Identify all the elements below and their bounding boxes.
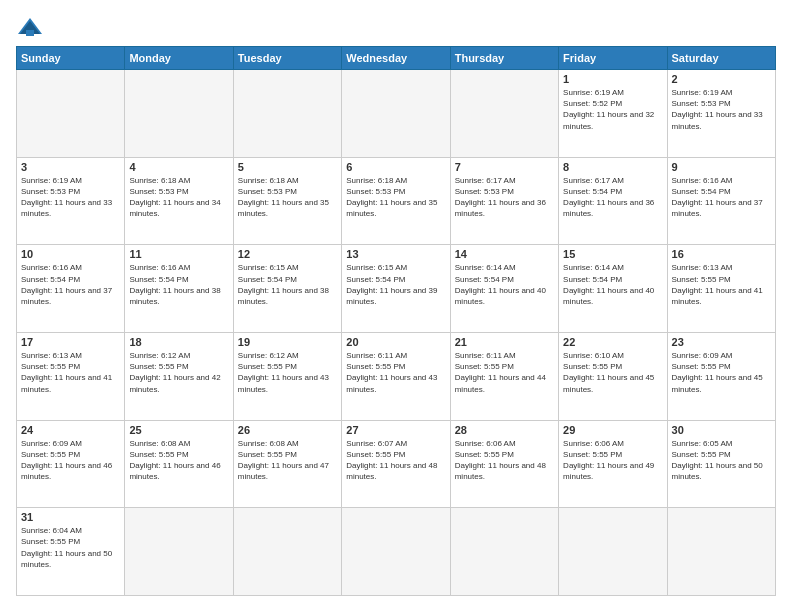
day-of-week-row: SundayMondayTuesdayWednesdayThursdayFrid… [17, 47, 776, 70]
day-number: 25 [129, 424, 228, 436]
dow-header-saturday: Saturday [667, 47, 775, 70]
calendar-cell [342, 70, 450, 158]
calendar-cell: 4Sunrise: 6:18 AMSunset: 5:53 PMDaylight… [125, 157, 233, 245]
day-info: Sunrise: 6:14 AMSunset: 5:54 PMDaylight:… [455, 262, 554, 307]
dow-header-friday: Friday [559, 47, 667, 70]
calendar-cell: 14Sunrise: 6:14 AMSunset: 5:54 PMDayligh… [450, 245, 558, 333]
calendar-cell: 1Sunrise: 6:19 AMSunset: 5:52 PMDaylight… [559, 70, 667, 158]
calendar-cell: 6Sunrise: 6:18 AMSunset: 5:53 PMDaylight… [342, 157, 450, 245]
day-info: Sunrise: 6:13 AMSunset: 5:55 PMDaylight:… [672, 262, 771, 307]
calendar-cell: 15Sunrise: 6:14 AMSunset: 5:54 PMDayligh… [559, 245, 667, 333]
day-info: Sunrise: 6:18 AMSunset: 5:53 PMDaylight:… [129, 175, 228, 220]
day-number: 1 [563, 73, 662, 85]
dow-header-monday: Monday [125, 47, 233, 70]
day-number: 7 [455, 161, 554, 173]
day-info: Sunrise: 6:06 AMSunset: 5:55 PMDaylight:… [455, 438, 554, 483]
calendar-cell: 20Sunrise: 6:11 AMSunset: 5:55 PMDayligh… [342, 332, 450, 420]
day-number: 22 [563, 336, 662, 348]
calendar-cell: 30Sunrise: 6:05 AMSunset: 5:55 PMDayligh… [667, 420, 775, 508]
day-number: 23 [672, 336, 771, 348]
day-number: 3 [21, 161, 120, 173]
day-info: Sunrise: 6:08 AMSunset: 5:55 PMDaylight:… [238, 438, 337, 483]
day-info: Sunrise: 6:11 AMSunset: 5:55 PMDaylight:… [455, 350, 554, 395]
day-info: Sunrise: 6:08 AMSunset: 5:55 PMDaylight:… [129, 438, 228, 483]
calendar-cell: 7Sunrise: 6:17 AMSunset: 5:53 PMDaylight… [450, 157, 558, 245]
day-number: 15 [563, 248, 662, 260]
calendar-cell: 12Sunrise: 6:15 AMSunset: 5:54 PMDayligh… [233, 245, 341, 333]
day-info: Sunrise: 6:04 AMSunset: 5:55 PMDaylight:… [21, 525, 120, 570]
day-info: Sunrise: 6:16 AMSunset: 5:54 PMDaylight:… [672, 175, 771, 220]
week-row-4: 24Sunrise: 6:09 AMSunset: 5:55 PMDayligh… [17, 420, 776, 508]
day-number: 4 [129, 161, 228, 173]
calendar-cell: 24Sunrise: 6:09 AMSunset: 5:55 PMDayligh… [17, 420, 125, 508]
day-info: Sunrise: 6:18 AMSunset: 5:53 PMDaylight:… [238, 175, 337, 220]
calendar-cell: 18Sunrise: 6:12 AMSunset: 5:55 PMDayligh… [125, 332, 233, 420]
calendar-cell: 28Sunrise: 6:06 AMSunset: 5:55 PMDayligh… [450, 420, 558, 508]
day-info: Sunrise: 6:06 AMSunset: 5:55 PMDaylight:… [563, 438, 662, 483]
calendar-cell [125, 70, 233, 158]
day-number: 21 [455, 336, 554, 348]
dow-header-sunday: Sunday [17, 47, 125, 70]
calendar-cell: 2Sunrise: 6:19 AMSunset: 5:53 PMDaylight… [667, 70, 775, 158]
day-info: Sunrise: 6:18 AMSunset: 5:53 PMDaylight:… [346, 175, 445, 220]
calendar-cell: 27Sunrise: 6:07 AMSunset: 5:55 PMDayligh… [342, 420, 450, 508]
calendar-cell [450, 508, 558, 596]
day-number: 28 [455, 424, 554, 436]
calendar-cell [342, 508, 450, 596]
day-info: Sunrise: 6:11 AMSunset: 5:55 PMDaylight:… [346, 350, 445, 395]
day-info: Sunrise: 6:19 AMSunset: 5:52 PMDaylight:… [563, 87, 662, 132]
logo-icon [16, 16, 44, 38]
dow-header-tuesday: Tuesday [233, 47, 341, 70]
calendar-cell: 5Sunrise: 6:18 AMSunset: 5:53 PMDaylight… [233, 157, 341, 245]
day-info: Sunrise: 6:15 AMSunset: 5:54 PMDaylight:… [346, 262, 445, 307]
day-number: 14 [455, 248, 554, 260]
day-info: Sunrise: 6:13 AMSunset: 5:55 PMDaylight:… [21, 350, 120, 395]
day-number: 12 [238, 248, 337, 260]
day-info: Sunrise: 6:05 AMSunset: 5:55 PMDaylight:… [672, 438, 771, 483]
calendar-cell: 25Sunrise: 6:08 AMSunset: 5:55 PMDayligh… [125, 420, 233, 508]
day-number: 6 [346, 161, 445, 173]
calendar-cell [450, 70, 558, 158]
calendar-cell: 26Sunrise: 6:08 AMSunset: 5:55 PMDayligh… [233, 420, 341, 508]
day-number: 24 [21, 424, 120, 436]
day-number: 16 [672, 248, 771, 260]
day-number: 19 [238, 336, 337, 348]
calendar-cell: 10Sunrise: 6:16 AMSunset: 5:54 PMDayligh… [17, 245, 125, 333]
calendar-cell: 8Sunrise: 6:17 AMSunset: 5:54 PMDaylight… [559, 157, 667, 245]
day-number: 2 [672, 73, 771, 85]
calendar-body: 1Sunrise: 6:19 AMSunset: 5:52 PMDaylight… [17, 70, 776, 596]
day-number: 5 [238, 161, 337, 173]
svg-rect-2 [26, 30, 34, 36]
week-row-0: 1Sunrise: 6:19 AMSunset: 5:52 PMDaylight… [17, 70, 776, 158]
day-number: 18 [129, 336, 228, 348]
day-info: Sunrise: 6:19 AMSunset: 5:53 PMDaylight:… [672, 87, 771, 132]
dow-header-wednesday: Wednesday [342, 47, 450, 70]
calendar-cell: 31Sunrise: 6:04 AMSunset: 5:55 PMDayligh… [17, 508, 125, 596]
day-number: 31 [21, 511, 120, 523]
week-row-2: 10Sunrise: 6:16 AMSunset: 5:54 PMDayligh… [17, 245, 776, 333]
day-number: 27 [346, 424, 445, 436]
day-info: Sunrise: 6:16 AMSunset: 5:54 PMDaylight:… [129, 262, 228, 307]
day-info: Sunrise: 6:16 AMSunset: 5:54 PMDaylight:… [21, 262, 120, 307]
dow-header-thursday: Thursday [450, 47, 558, 70]
day-number: 30 [672, 424, 771, 436]
calendar-cell: 13Sunrise: 6:15 AMSunset: 5:54 PMDayligh… [342, 245, 450, 333]
day-number: 13 [346, 248, 445, 260]
day-number: 8 [563, 161, 662, 173]
day-info: Sunrise: 6:19 AMSunset: 5:53 PMDaylight:… [21, 175, 120, 220]
calendar-cell [233, 508, 341, 596]
day-info: Sunrise: 6:07 AMSunset: 5:55 PMDaylight:… [346, 438, 445, 483]
calendar-cell: 23Sunrise: 6:09 AMSunset: 5:55 PMDayligh… [667, 332, 775, 420]
calendar-cell: 11Sunrise: 6:16 AMSunset: 5:54 PMDayligh… [125, 245, 233, 333]
day-number: 17 [21, 336, 120, 348]
day-number: 10 [21, 248, 120, 260]
week-row-3: 17Sunrise: 6:13 AMSunset: 5:55 PMDayligh… [17, 332, 776, 420]
day-info: Sunrise: 6:12 AMSunset: 5:55 PMDaylight:… [238, 350, 337, 395]
calendar-cell: 19Sunrise: 6:12 AMSunset: 5:55 PMDayligh… [233, 332, 341, 420]
calendar-cell: 21Sunrise: 6:11 AMSunset: 5:55 PMDayligh… [450, 332, 558, 420]
day-number: 11 [129, 248, 228, 260]
calendar-cell: 3Sunrise: 6:19 AMSunset: 5:53 PMDaylight… [17, 157, 125, 245]
calendar-cell: 29Sunrise: 6:06 AMSunset: 5:55 PMDayligh… [559, 420, 667, 508]
calendar-cell [125, 508, 233, 596]
calendar-cell: 22Sunrise: 6:10 AMSunset: 5:55 PMDayligh… [559, 332, 667, 420]
